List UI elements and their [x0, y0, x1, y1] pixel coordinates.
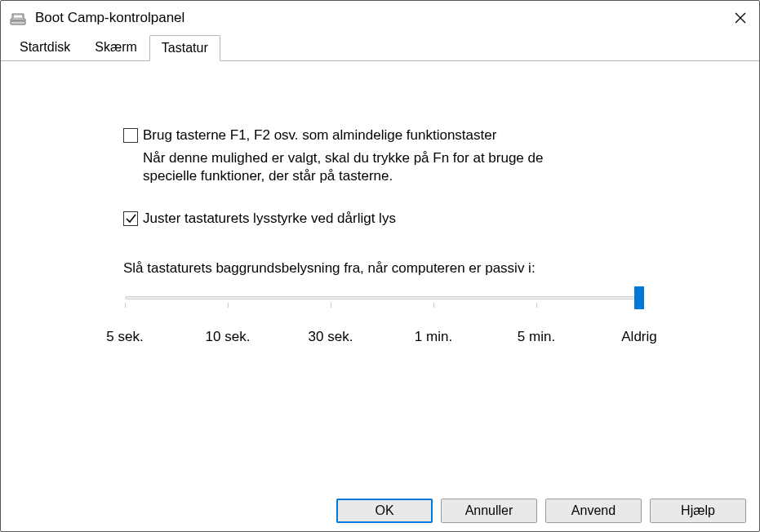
svg-rect-0	[11, 19, 25, 24]
backlight-slider[interactable]	[125, 290, 639, 311]
slider-tick	[125, 303, 126, 308]
slider-track	[125, 296, 639, 299]
label-fn-keys: Brug tasterne F1, F2 osv. som almindelig…	[143, 126, 496, 144]
close-button[interactable]	[722, 1, 759, 35]
apply-button[interactable]: Anvend	[545, 499, 642, 523]
slider-value-labels: 5 sek. 10 sek. 30 sek. 1 min. 5 min. Ald…	[125, 329, 639, 348]
tab-content-tastatur: Brug tasterne F1, F2 osv. som almindelig…	[1, 61, 759, 490]
backlight-timeout-label: Slå tastaturets baggrundsbelysning fra, …	[123, 260, 661, 277]
tabs-strip: Startdisk Skærm Tastatur	[1, 35, 759, 61]
tab-startdisk[interactable]: Startdisk	[7, 34, 82, 60]
svg-rect-2	[14, 15, 23, 18]
cancel-button[interactable]: Annuller	[441, 499, 537, 523]
check-icon	[125, 213, 136, 224]
slider-stop-label: 30 sek.	[309, 329, 353, 345]
slider-tick	[228, 303, 229, 308]
ok-button[interactable]: OK	[336, 499, 433, 523]
slider-stop-label: 5 sek.	[106, 329, 143, 345]
desc-fn-keys: Når denne mulighed er valgt, skal du try…	[143, 149, 551, 185]
backlight-timeout-section: Slå tastaturets baggrundsbelysning fra, …	[123, 260, 661, 348]
slider-stop-label: 5 min.	[518, 329, 555, 345]
tab-tastatur[interactable]: Tastatur	[149, 35, 220, 61]
option-fn-keys: Brug tasterne F1, F2 osv. som almindelig…	[123, 126, 661, 144]
dialog-buttons: OK Annuller Anvend Hjælp	[1, 490, 759, 531]
close-icon	[735, 12, 746, 24]
titlebar: Boot Camp-kontrolpanel	[1, 1, 759, 35]
slider-tick	[536, 303, 537, 308]
checkbox-auto-brightness[interactable]	[123, 211, 138, 226]
slider-stop-label: 1 min.	[415, 329, 452, 345]
slider-thumb[interactable]	[634, 286, 644, 309]
tab-skaerm[interactable]: Skærm	[82, 34, 149, 60]
app-icon	[9, 9, 27, 27]
window-title: Boot Camp-kontrolpanel	[35, 10, 184, 26]
svg-rect-1	[11, 20, 24, 21]
slider-tick	[331, 303, 331, 308]
option-auto-brightness: Juster tastaturets lysstyrke ved dårligt…	[123, 210, 661, 228]
bootcamp-window: Boot Camp-kontrolpanel Startdisk Skærm T…	[0, 0, 760, 532]
help-button[interactable]: Hjælp	[650, 499, 746, 523]
slider-tick	[433, 303, 434, 308]
label-auto-brightness: Juster tastaturets lysstyrke ved dårligt…	[143, 210, 396, 228]
checkbox-fn-keys[interactable]	[123, 128, 138, 143]
slider-stop-label: 10 sek.	[206, 329, 251, 345]
slider-stop-label: Aldrig	[621, 329, 656, 345]
